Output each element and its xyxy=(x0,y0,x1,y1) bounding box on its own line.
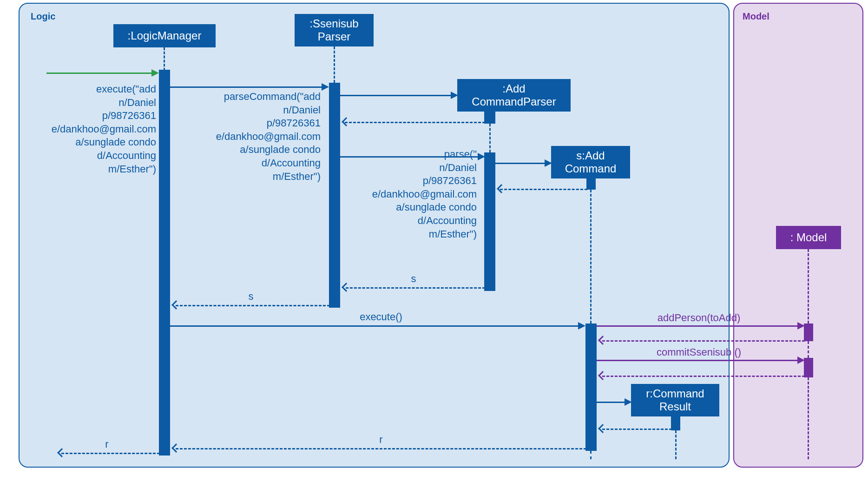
return-commit-arrow xyxy=(602,376,805,377)
model-label: : Model xyxy=(790,231,827,244)
return-r1-arrow xyxy=(176,448,586,449)
add-command-parser-activation xyxy=(484,152,495,291)
entry-arrow xyxy=(46,73,152,74)
add-command-parser-lifeline-gap xyxy=(489,124,491,152)
execute-call-arrow-head xyxy=(578,322,585,330)
return-create-add-cmd-arrow xyxy=(500,189,587,190)
parse-label: parse(" n/Daniel p/98726361 e/dankhoo@gm… xyxy=(351,148,477,241)
create-add-cmd-arrow xyxy=(495,163,546,164)
add-command-lifeline-2 xyxy=(590,451,592,459)
add-person-arrow-head xyxy=(797,322,805,330)
execute-add-label: execute("add n/Daniel p/98726361 e/dankh… xyxy=(40,83,156,176)
add-command-head: s:Add Command xyxy=(551,146,630,178)
model-lifeline-3 xyxy=(808,377,809,459)
add-command-parser-activation-small xyxy=(484,112,495,124)
return-r2-label: r xyxy=(98,438,116,451)
model-frame-label: Model xyxy=(743,11,769,22)
ssenisub-parser-activation xyxy=(329,83,340,308)
add-command-parser-label: :Add CommandParser xyxy=(472,82,556,108)
logic-manager-lifeline xyxy=(164,47,165,71)
parse-arrow-head xyxy=(478,153,485,160)
execute-call-arrow xyxy=(170,325,579,327)
create-cmd-result-arrow-head xyxy=(625,398,632,406)
add-command-parser-head: :Add CommandParser xyxy=(457,79,571,112)
execute-call-label: execute() xyxy=(353,310,409,324)
return-r2-arrow xyxy=(61,453,160,454)
ssenisub-parser-head: :Ssenisub Parser xyxy=(295,14,374,46)
model-activation-1 xyxy=(804,324,813,341)
parse-command-label: parseCommand("add n/Daniel p/98726361 e/… xyxy=(181,90,321,183)
entry-arrow-head xyxy=(151,69,159,77)
command-result-head: r:Command Result xyxy=(631,384,719,416)
return-add-cmd-parser-arrow xyxy=(345,122,485,123)
parse-command-arrow-head xyxy=(322,83,329,91)
command-result-lifeline xyxy=(675,430,677,459)
model-lifeline-2 xyxy=(808,341,809,358)
create-add-cmd-parser-arrow-head xyxy=(451,92,458,99)
logic-manager-activation xyxy=(159,70,170,456)
parse-command-arrow xyxy=(170,86,322,88)
ssenisub-parser-lifeline xyxy=(334,46,335,83)
model-activation-2 xyxy=(804,358,813,377)
commit-ssenisub-arrow-head xyxy=(797,357,805,364)
model-lifeline-1 xyxy=(808,249,809,324)
return-s2-label: s xyxy=(242,290,260,304)
create-add-cmd-parser-arrow xyxy=(340,95,452,96)
logic-manager-label: :LogicManager xyxy=(128,29,202,42)
commit-ssenisub-arrow xyxy=(597,360,798,361)
add-command-activation xyxy=(585,324,597,451)
add-person-arrow xyxy=(597,325,798,327)
return-add-person-arrow xyxy=(602,340,805,342)
logic-manager-head: :LogicManager xyxy=(113,24,216,47)
model-head: : Model xyxy=(776,226,841,249)
return-r1-label: r xyxy=(372,433,390,447)
command-result-activation xyxy=(671,416,680,430)
add-command-lifeline-1 xyxy=(590,190,592,324)
return-s2-arrow xyxy=(176,305,330,306)
return-cmd-result-arrow xyxy=(602,429,672,430)
add-command-activation-small xyxy=(586,178,596,190)
create-cmd-result-arrow xyxy=(597,402,625,403)
return-s1-arrow xyxy=(346,287,485,289)
logic-frame-label: Logic xyxy=(31,11,55,22)
command-result-label: r:Command Result xyxy=(646,387,704,413)
add-person-label: addPerson(toAdd) xyxy=(648,311,750,325)
create-add-cmd-arrow-head xyxy=(545,159,552,167)
add-command-label: s:Add Command xyxy=(565,149,617,175)
return-s1-label: s xyxy=(404,272,423,286)
commit-ssenisub-label: commitSsenisub () xyxy=(648,346,750,359)
ssenisub-parser-label: :Ssenisub Parser xyxy=(309,17,358,43)
